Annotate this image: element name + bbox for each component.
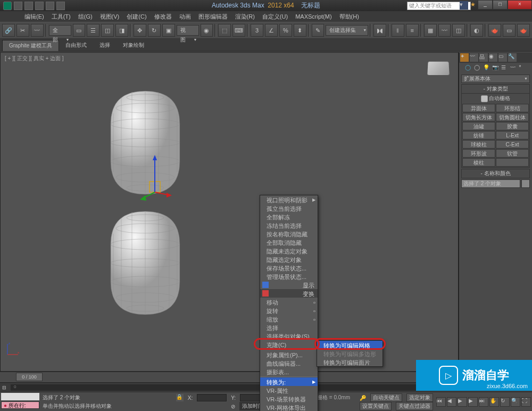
ctx-unhide-by-name[interactable]: 按名称取消隐藏 bbox=[260, 229, 318, 238]
spinner-snap-icon[interactable]: ⬍ bbox=[294, 24, 306, 37]
tab-graphite-modeling[interactable]: Graphite 建模工具 bbox=[2, 40, 59, 51]
ctx-unhide-all[interactable]: 全部取消隐藏 bbox=[260, 238, 318, 246]
percent-snap-icon[interactable]: % bbox=[279, 24, 292, 37]
move-icon[interactable]: ✥ bbox=[134, 24, 146, 37]
cat-lights-icon[interactable]: 💡 bbox=[483, 64, 491, 72]
cmdtab-display-icon[interactable]: ▭ bbox=[498, 53, 507, 62]
trackbar-toggle-icon[interactable]: ⊟ bbox=[0, 385, 9, 390]
menu-tools[interactable]: 工具(T) bbox=[48, 12, 74, 22]
menu-maxscript[interactable]: MAXScript(M) bbox=[292, 12, 335, 21]
menu-animation[interactable]: 动画 bbox=[176, 12, 194, 22]
unlink-icon[interactable]: ✂ bbox=[16, 24, 29, 37]
btn-ringwave[interactable]: 环形波 bbox=[462, 149, 495, 158]
schematic-view-icon[interactable]: ◫ bbox=[452, 24, 465, 37]
selection-filter-dropdown[interactable]: 全部 bbox=[49, 25, 71, 36]
named-selection-dropdown[interactable]: 创建选择集 bbox=[326, 25, 368, 36]
btn-lext[interactable]: L-Ext bbox=[496, 131, 529, 139]
menu-customize[interactable]: 自定义(U) bbox=[259, 12, 291, 22]
ctx-freeze-selection[interactable]: 冻结当前选择 bbox=[260, 221, 318, 229]
submenu-editable-poly[interactable]: 转换为可编辑多边形 bbox=[317, 349, 383, 358]
select-object-icon[interactable]: ▭ bbox=[73, 24, 86, 37]
ctx-object-properties[interactable]: 对象属性(P)... bbox=[260, 350, 318, 359]
ctx-unfreeze-all[interactable]: 全部解冻 bbox=[260, 212, 318, 221]
btn-gengon[interactable]: 球棱柱 bbox=[462, 140, 495, 149]
play-start-icon[interactable]: ⏮ bbox=[436, 397, 446, 407]
curve-editor-icon[interactable]: 〰 bbox=[438, 24, 451, 37]
cat-helpers-icon[interactable]: ☰ bbox=[501, 64, 509, 72]
object-name-input[interactable]: 选择了 2 个对象 bbox=[461, 179, 520, 188]
link-icon[interactable]: 🔗 bbox=[2, 24, 15, 37]
material-editor-icon[interactable]: ◐ bbox=[470, 24, 483, 37]
viewport[interactable]: [ + ][ 正交 ][ 真实 + 边面 ] bbox=[0, 52, 459, 372]
ctx-hide-selection[interactable]: 隐藏选定对象 bbox=[260, 255, 318, 264]
maximize-button[interactable]: □ bbox=[493, 0, 508, 10]
key-mode-icon[interactable]: 🔑 bbox=[360, 395, 366, 401]
qat-link-icon[interactable] bbox=[56, 2, 65, 10]
ctx-select[interactable]: 选择 bbox=[260, 323, 318, 332]
ctx-select-similar[interactable]: 选择类似对象(S) bbox=[260, 332, 318, 340]
cat-cameras-icon[interactable]: 📷 bbox=[492, 64, 500, 72]
btn-torus-knot[interactable]: 环形结 bbox=[496, 104, 529, 112]
qat-save-icon[interactable] bbox=[46, 2, 54, 10]
rollout-object-type[interactable]: - 对象类型 bbox=[462, 85, 529, 94]
cmdtab-utilities-icon[interactable]: 🔧 bbox=[508, 53, 517, 62]
select-region-icon[interactable]: ◫ bbox=[101, 24, 114, 37]
ctx-rotate[interactable]: 旋转▫ bbox=[260, 306, 318, 315]
ctx-move[interactable]: 移动▫ bbox=[260, 298, 318, 306]
setkey-button[interactable]: 设置关键点 bbox=[360, 402, 392, 410]
ctx-vr-properties[interactable]: VR-属性 bbox=[260, 386, 318, 394]
scale-icon[interactable]: ▣ bbox=[162, 24, 175, 37]
btn-hedra[interactable]: 异面体 bbox=[462, 104, 495, 112]
ctx-scale[interactable]: 缩放▫ bbox=[260, 315, 318, 323]
selected-keymode-button[interactable]: 选定对象 bbox=[406, 393, 433, 402]
nav-pan-icon[interactable]: ✋ bbox=[489, 397, 499, 407]
help-dropdown-icon[interactable]: ▾ bbox=[460, 1, 468, 10]
cat-geometry-icon[interactable]: ◯ bbox=[465, 64, 472, 72]
play-prev-icon[interactable]: ◀ bbox=[447, 397, 456, 407]
edit-named-sel-icon[interactable]: ✎ bbox=[312, 24, 325, 37]
menu-modifiers[interactable]: 修改器 bbox=[151, 12, 175, 22]
cat-shapes-icon[interactable]: ◯ bbox=[474, 64, 481, 72]
cmdtab-hierarchy-icon[interactable]: 品 bbox=[479, 53, 488, 62]
snap-toggle-icon[interactable]: 3 bbox=[251, 24, 263, 37]
btn-hose[interactable]: 软管 bbox=[496, 149, 529, 158]
minimize-button[interactable]: _ bbox=[478, 0, 493, 10]
app-icon[interactable] bbox=[3, 2, 12, 10]
btn-spindle[interactable]: 纺锤 bbox=[462, 131, 495, 139]
ctx-hide-unselected[interactable]: 隐藏未选定对象 bbox=[260, 246, 318, 255]
nav-zoom-icon[interactable]: 🔍 bbox=[511, 397, 520, 407]
ctx-viewport-lighting[interactable]: 视口照明和阴影 bbox=[260, 195, 318, 204]
btn-cext[interactable]: C-Ext bbox=[496, 140, 529, 149]
autogrid-checkbox[interactable]: 自动栅格 bbox=[462, 94, 529, 103]
ctx-isolate-selection[interactable]: 孤立当前选择 bbox=[260, 204, 318, 212]
play-icon[interactable]: ▶ bbox=[458, 397, 467, 407]
cat-systems-icon[interactable]: * bbox=[519, 64, 527, 72]
render-icon[interactable]: 🫖 bbox=[517, 24, 530, 37]
menu-help[interactable]: 帮助(H) bbox=[336, 12, 362, 22]
ref-coord-dropdown[interactable]: 视图 bbox=[177, 25, 199, 36]
keyfilter-button[interactable]: 关键点过滤器 bbox=[396, 402, 433, 410]
qat-undo-icon[interactable] bbox=[14, 2, 22, 10]
lock-selection-icon[interactable]: 🔒 bbox=[176, 394, 184, 401]
time-tag-icon[interactable]: ⊘ bbox=[231, 404, 235, 409]
render-setup-icon[interactable]: 🫖 bbox=[488, 24, 501, 37]
coord-x-input[interactable] bbox=[197, 394, 227, 401]
render-frame-icon[interactable]: ▭ bbox=[503, 24, 516, 37]
ctx-manage-scene-state[interactable]: 管理场景状态... bbox=[260, 272, 318, 281]
menu-rendering[interactable]: 渲染(R) bbox=[232, 12, 258, 22]
menu-grapheditors[interactable]: 图形编辑器 bbox=[195, 12, 231, 22]
rollout-name-color[interactable]: - 名称和颜色 bbox=[461, 169, 530, 178]
menu-create[interactable]: 创建(C) bbox=[123, 12, 149, 22]
btn-chamferbox[interactable]: 切角长方体 bbox=[462, 113, 495, 121]
cmdtab-motion-icon[interactable]: ◉ bbox=[489, 53, 497, 62]
align-icon[interactable]: ⫴ bbox=[392, 24, 404, 37]
bind-spacewarp-icon[interactable]: 〰 bbox=[31, 24, 44, 37]
viewcube[interactable] bbox=[425, 61, 452, 88]
object-category-dropdown[interactable]: 扩展基本体 bbox=[461, 75, 530, 83]
time-slider[interactable]: 0 / 100 bbox=[16, 373, 43, 381]
ctx-dope-sheet[interactable]: 摄影表... bbox=[260, 367, 318, 376]
rotate-icon[interactable]: ↻ bbox=[148, 24, 161, 37]
keyboard-shortcut-icon[interactable]: ⌨ bbox=[232, 24, 245, 37]
capsule-object-2[interactable] bbox=[105, 207, 185, 319]
play-end-icon[interactable]: ⏭ bbox=[479, 397, 488, 407]
